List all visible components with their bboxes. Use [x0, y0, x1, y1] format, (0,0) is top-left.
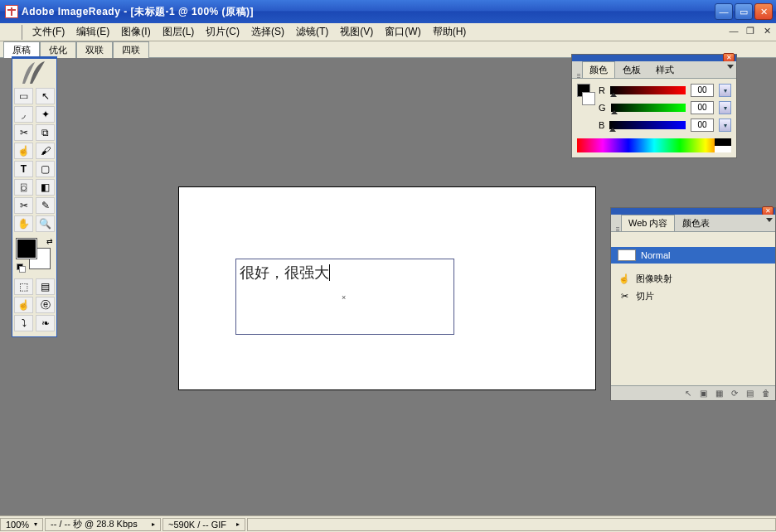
viewtab-original[interactable]: 原稿 [3, 41, 40, 58]
swap-colors-icon[interactable]: ⇄ [46, 237, 53, 245]
tab-swatches[interactable]: 色板 [615, 61, 648, 78]
canvas[interactable]: 很好，很强大 × [178, 186, 596, 390]
slice-tool[interactable]: ✂ [14, 124, 33, 141]
tab-color[interactable]: 颜色 [582, 61, 615, 78]
move-tool[interactable]: ↖ [36, 88, 55, 104]
workspace: ▭ ↖ ◞ ✦ ✂ ⧉ ☝ 🖌 T ▢ ⌼ ◧ ✂ ✎ ✋ 🔍 ⇄ ⬚ ▤ ☝ [0, 58, 776, 515]
hand-tool[interactable]: ✋ [14, 215, 33, 232]
color-swatches: ⇄ [15, 237, 55, 267]
item-label: 切片 [636, 290, 654, 302]
type-tool[interactable]: T [14, 161, 33, 177]
zoom-level[interactable]: 100%▾ [0, 518, 43, 531]
menu-help[interactable]: 帮助(H) [428, 23, 472, 41]
r-label: R [599, 85, 605, 95]
app-icon [5, 5, 18, 18]
thumb-icon [618, 249, 636, 261]
g-slider[interactable] [611, 104, 686, 112]
eraser-tool[interactable]: ◧ [36, 179, 55, 196]
list-item-normal[interactable]: Normal [611, 247, 775, 264]
minimize-button[interactable]: — [715, 3, 733, 20]
tab-tool[interactable]: ⌼ [14, 179, 33, 196]
brush-tool[interactable]: 🖌 [36, 143, 55, 159]
panel-menu-icon[interactable] [766, 218, 773, 222]
jump-tool[interactable]: ⤵ [14, 315, 33, 331]
menu-view[interactable]: 视图(V) [335, 23, 378, 41]
menu-edit[interactable]: 编辑(E) [71, 23, 114, 41]
paint-tool[interactable]: ✎ [36, 197, 55, 214]
footer-page-icon[interactable]: ▤ [746, 389, 754, 398]
slice-select-tool[interactable]: ⧉ [36, 124, 55, 141]
status-size[interactable]: ~590K / -- GIF▸ [162, 518, 245, 531]
footer-fx-icon[interactable]: ⟳ [731, 389, 738, 398]
quickmask-tool[interactable]: ⬚ [14, 278, 33, 295]
shape-tool[interactable]: ▢ [36, 161, 55, 177]
hand-icon: ☝ [618, 273, 631, 285]
panel-titlebar[interactable]: ✕ [611, 208, 775, 215]
r-value[interactable]: 00 [691, 84, 714, 97]
r-slider[interactable] [610, 86, 686, 94]
panel-color-swatch[interactable] [577, 84, 594, 109]
menu-file[interactable]: 文件(F) [27, 23, 70, 41]
text-anchor-icon: × [342, 293, 346, 302]
separator [22, 25, 24, 40]
screen-tool[interactable]: ▤ [36, 278, 55, 295]
red-channel-row: R 00 ▾ [599, 84, 731, 97]
doc-icon [7, 27, 18, 38]
tab-web-content[interactable]: Web 内容 [621, 215, 675, 231]
web-content-panel: ✕ Web 内容 颜色表 Normal ☝ 图像映射 ✂ 切片 ↖ [610, 207, 776, 401]
menu-window[interactable]: 窗口(W) [380, 23, 425, 41]
b-dropdown[interactable]: ▾ [719, 118, 731, 132]
preview-browser-tool[interactable]: ⓔ [36, 297, 55, 313]
list-item-imagemap[interactable]: ☝ 图像映射 [611, 270, 775, 288]
panel-menu-icon[interactable] [727, 65, 734, 69]
default-colors-icon[interactable] [17, 264, 25, 272]
list-item-slice[interactable]: ✂ 切片 [611, 288, 775, 305]
b-label: B [599, 120, 604, 130]
preview-hand-tool[interactable]: ☝ [14, 297, 33, 313]
menu-filter[interactable]: 滤镜(T) [291, 23, 333, 41]
status-timing[interactable]: -- / -- 秒 @ 28.8 Kbps▸ [45, 518, 161, 531]
panel-titlebar[interactable]: ✕ [572, 55, 736, 61]
footer-ptr-icon[interactable]: ↖ [685, 389, 691, 398]
menu-select[interactable]: 选择(S) [246, 23, 289, 41]
wand-tool[interactable]: ✦ [36, 106, 55, 123]
crop-tool[interactable]: ✂ [14, 197, 33, 214]
mdi-controls: — ❐ ✕ [728, 25, 773, 36]
window-title: Adobe ImageReady - [未标题-1 @ 100% (原稿)] [22, 5, 254, 19]
green-channel-row: G 00 ▾ [599, 101, 731, 114]
color-panel: ✕ 颜色 色板 样式 R 00 ▾ G [571, 54, 737, 158]
tab-styles[interactable]: 样式 [648, 61, 681, 78]
marquee-tool[interactable]: ▭ [14, 88, 33, 104]
statusbar: 100%▾ -- / -- 秒 @ 28.8 Kbps▸ ~590K / -- … [0, 515, 776, 532]
lasso-tool[interactable]: ◞ [14, 106, 33, 123]
foreground-color[interactable] [17, 239, 36, 259]
feather-tool[interactable]: ❧ [36, 315, 55, 331]
b-value[interactable]: 00 [691, 118, 714, 132]
footer-grid-icon[interactable]: ▦ [715, 389, 723, 398]
mdi-minimize[interactable]: — [728, 25, 740, 36]
footer-new-icon[interactable]: ▣ [700, 389, 707, 398]
menu-slice[interactable]: 切片(C) [201, 23, 245, 41]
r-dropdown[interactable]: ▾ [719, 84, 731, 97]
mdi-restore[interactable]: ❐ [744, 25, 756, 36]
item-label: 图像映射 [636, 273, 672, 285]
blue-channel-row: B 00 ▾ [599, 118, 731, 132]
viewtab-4up[interactable]: 四联 [113, 41, 149, 58]
zoom-tool[interactable]: 🔍 [36, 215, 55, 232]
close-button[interactable]: ✕ [754, 3, 773, 20]
imagemap-tool[interactable]: ☝ [14, 143, 33, 159]
spectrum-picker[interactable] [577, 138, 731, 152]
menu-image[interactable]: 图像(I) [116, 23, 155, 41]
mdi-close[interactable]: ✕ [761, 25, 773, 36]
g-value[interactable]: 00 [691, 101, 714, 114]
g-dropdown[interactable]: ▾ [719, 101, 731, 114]
status-spacer [247, 518, 776, 531]
g-label: G [599, 103, 606, 113]
maximize-button[interactable]: ▭ [735, 3, 753, 20]
b-slider[interactable] [609, 121, 686, 129]
viewtab-2up[interactable]: 双联 [76, 41, 113, 58]
footer-trash-icon[interactable]: 🗑 [762, 389, 770, 398]
viewtab-optimized[interactable]: 优化 [40, 41, 76, 58]
tab-color-table[interactable]: 颜色表 [675, 215, 717, 231]
menu-layer[interactable]: 图层(L) [158, 23, 200, 41]
